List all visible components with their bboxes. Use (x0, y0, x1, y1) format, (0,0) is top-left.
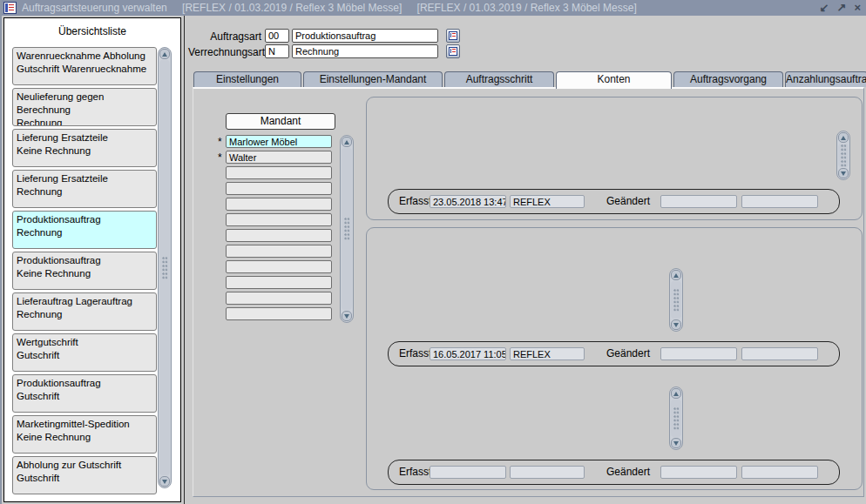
window-title-text: Auftragsartsteuerung verwalten (22, 2, 167, 14)
mandant-field[interactable] (226, 307, 332, 320)
minimize-icon[interactable]: ↙ (820, 0, 829, 16)
mandant-field[interactable] (226, 229, 332, 242)
erfasst-user-field: REFLEX (510, 347, 585, 360)
steuervorgang-scrollbar[interactable] (669, 268, 683, 332)
mandant-field[interactable]: Walter (226, 151, 332, 164)
mandant-field[interactable] (226, 276, 332, 289)
list-item-line: Lieferauftrag Lagerauftrag (17, 295, 152, 308)
scroll-thumb[interactable] (671, 400, 681, 437)
tab-konten[interactable]: Konten (556, 71, 672, 89)
list-item[interactable]: Lieferauftrag LagerauftragRechnung (12, 292, 157, 331)
mandant-row: *Walter (218, 151, 332, 164)
geaendert-datetime-field (660, 347, 737, 360)
list-item-line: Rechnung (17, 308, 152, 321)
verrechnungsart-name-field[interactable]: Rechnung (292, 44, 438, 58)
restore-icon[interactable]: ↗ (837, 0, 847, 16)
verrechnungsart-lov-button[interactable] (446, 44, 460, 58)
list-item-line: Marketingmittel-Spedition (17, 418, 152, 431)
scroll-down-icon[interactable] (671, 438, 681, 448)
list-item[interactable]: ProduktionsauftragRechnung (12, 211, 157, 249)
konten-erfasst-group: Erfasst 23.05.2018 13:47 REFLEX Geändert (388, 189, 840, 214)
verrechnungsart-code-field[interactable]: N (265, 44, 289, 58)
list-item[interactable]: WertgutschriftGutschrift (12, 333, 157, 372)
window-context-2: [REFLEX / 01.03.2019 / Reflex 3 Möbel Me… (417, 2, 637, 14)
erfasst-label: Erfasst (399, 342, 431, 366)
scroll-thumb[interactable] (671, 281, 681, 319)
list-item[interactable]: Abholung zur GutschriftGutschrift (12, 456, 157, 494)
tab-anzahlungsauftrag[interactable]: Anzahlungsauftrag (785, 71, 866, 87)
mandant-field[interactable] (226, 260, 332, 273)
mandant-field[interactable] (226, 198, 332, 211)
scroll-up-icon[interactable] (671, 388, 681, 399)
mandant-list: *Marlower Möbel*Walter (218, 135, 332, 323)
list-item[interactable]: Lieferung ErsatzteileRechnung (12, 170, 157, 208)
scroll-thumb[interactable] (159, 60, 170, 475)
list-item-line: Wertgutschrift (17, 336, 152, 349)
application-window: Auftragsartsteuerung verwalten [REFLEX /… (0, 0, 866, 504)
geaendert-user-field (741, 347, 818, 360)
overview-list: Warenruecknahme AbholungGutschrift Waren… (12, 47, 157, 497)
geaendert-datetime-field (660, 466, 737, 479)
mandant-scrollbar[interactable] (340, 135, 354, 323)
auftragsart-lov-button[interactable] (446, 29, 460, 43)
mandant-field[interactable] (226, 292, 332, 305)
mandant-field[interactable] (226, 182, 332, 195)
scroll-down-icon[interactable] (838, 168, 849, 178)
tab-einstellungen[interactable]: Einstellungen (193, 71, 301, 87)
tab-auftragsschritt[interactable]: Auftragsschritt (444, 71, 554, 87)
required-marker: * (218, 136, 226, 148)
list-item-line: Gutschrift (17, 472, 152, 485)
list-item[interactable]: Lieferung ErsatzteileKeine Rechnung (12, 129, 157, 167)
mandant-field[interactable] (226, 245, 332, 258)
mandant-field[interactable] (226, 213, 332, 226)
mandant-row (218, 307, 332, 320)
overview-scrollbar[interactable] (158, 47, 172, 488)
list-item-line: Gutschrift (17, 349, 152, 362)
panel-divider (184, 16, 185, 504)
scroll-down-icon[interactable] (159, 476, 170, 487)
mandant-header-button[interactable]: Mandant (226, 113, 335, 130)
list-item[interactable]: ProduktionsauftragKeine Rechnung (12, 252, 157, 290)
scroll-thumb[interactable] (342, 148, 352, 310)
erfasst-datetime-field: 23.05.2018 13:47 (430, 195, 506, 208)
list-item-line: Rechnung (17, 226, 152, 239)
auftragsart-code-field[interactable]: 00 (265, 29, 289, 43)
mandant-row: *Marlower Möbel (218, 135, 332, 148)
mandant-row (218, 198, 332, 211)
scroll-up-icon[interactable] (342, 137, 352, 147)
tab-einstellungen-mandant[interactable]: Einstellungen-Mandant (303, 71, 443, 87)
app-icon (3, 2, 17, 14)
lieferland-scrollbar[interactable] (669, 386, 683, 450)
title-bar: Auftragsartsteuerung verwalten [REFLEX /… (2, 0, 866, 16)
scroll-thumb[interactable] (838, 144, 849, 167)
mandant-row (218, 276, 332, 289)
auftragsart-name-field[interactable]: Produktionsauftrag (292, 29, 438, 43)
erfasst-datetime-field: 16.05.2017 11:05 (430, 347, 506, 360)
kontensaetze-scrollbar[interactable] (836, 131, 850, 180)
mandant-field[interactable]: Marlower Möbel (226, 135, 332, 148)
tab-bar: EinstellungenEinstellungen-MandantAuftra… (193, 71, 866, 87)
mandant-row (218, 245, 332, 258)
list-item[interactable]: Neulieferung gegenBerechnungRechnung (12, 88, 157, 126)
mandant-row (218, 182, 332, 195)
scroll-down-icon[interactable] (342, 311, 352, 321)
mandant-field[interactable] (226, 166, 332, 179)
list-item[interactable]: ProduktionsauftragGutschrift (12, 374, 157, 413)
geaendert-label: Geändert (606, 460, 650, 484)
list-item[interactable]: Warenruecknahme AbholungGutschrift Waren… (12, 47, 157, 85)
scroll-down-icon[interactable] (671, 319, 681, 330)
list-item-line: Abholung zur Gutschrift (17, 459, 152, 472)
scroll-up-icon[interactable] (671, 270, 681, 280)
scroll-up-icon[interactable] (159, 49, 170, 59)
tab-auftragsvorgang[interactable]: Auftragsvorgang (673, 71, 783, 87)
erfasst-user-field: REFLEX (510, 195, 585, 208)
list-item[interactable]: Marketingmittel-SpeditionKeine Rechnung (12, 415, 157, 454)
scroll-up-icon[interactable] (838, 132, 849, 143)
list-item-line: Lieferung Ersatzteile (17, 131, 152, 144)
list-item-line: Rechnung (17, 117, 152, 126)
auftragsart-label: Auftragsart (188, 30, 261, 43)
list-item-line: Produktionsauftrag (17, 254, 152, 267)
mandant-row (218, 213, 332, 226)
list-item-line: Gutschrift (17, 390, 152, 403)
close-icon[interactable]: × (854, 0, 861, 16)
